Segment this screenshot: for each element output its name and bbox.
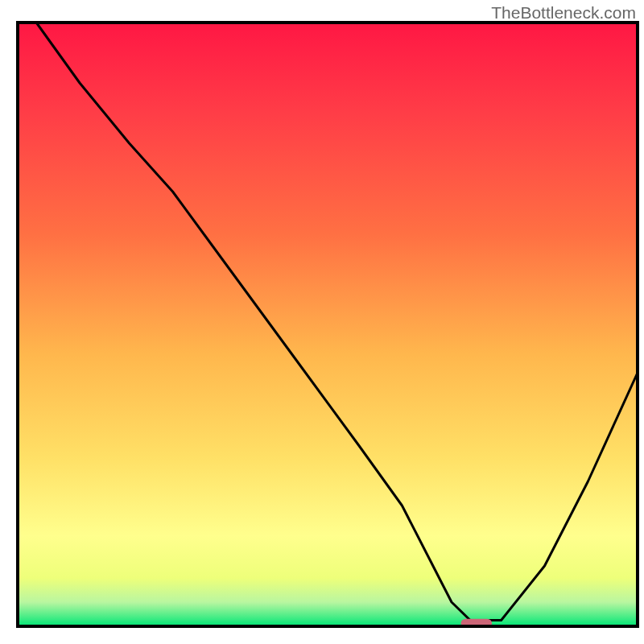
plot-area: [18, 23, 638, 628]
watermark-text: TheBottleneck.com: [491, 3, 636, 23]
chart-svg: [0, 0, 644, 644]
chart-container: TheBottleneck.com: [0, 0, 644, 644]
plot-background: [18, 23, 638, 626]
